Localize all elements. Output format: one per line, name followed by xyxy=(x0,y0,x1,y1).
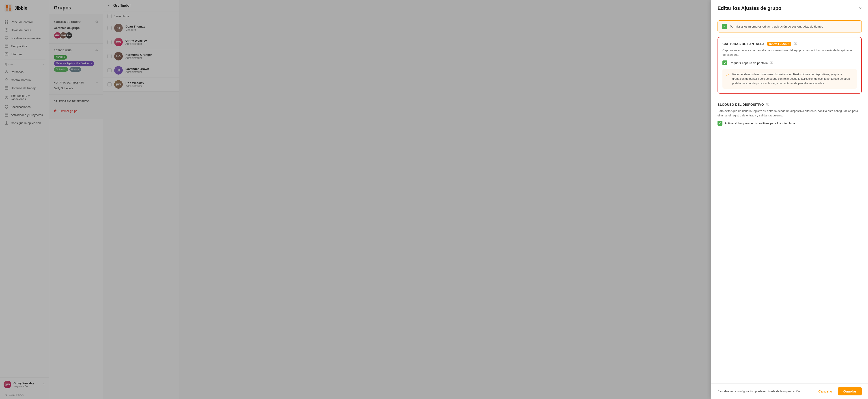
screenshot-warning-box: ⚠ Recomendamos desactivar otros disposit… xyxy=(722,69,857,89)
save-button[interactable]: Guardar xyxy=(838,387,862,395)
warning-icon: ⚠ xyxy=(726,72,730,77)
screenshots-section: CAPTURAS DE PANTALLA NUEVA FUNCIÓN ⓘ Cap… xyxy=(717,37,862,94)
screenshots-title: CAPTURAS DE PANTALLA xyxy=(722,42,765,46)
activate-lock-checkbox[interactable]: ✓ xyxy=(717,121,722,126)
require-screenshot-label: Requerir captura de pantalla xyxy=(730,61,768,65)
device-lock-header: BLOQUEO DEL DISPOSITIVO ⓘ xyxy=(717,102,862,106)
modal-close-button[interactable]: × xyxy=(859,6,862,11)
device-lock-info-icon[interactable]: ⓘ xyxy=(766,102,769,106)
screenshots-header-row: CAPTURAS DE PANTALLA NUEVA FUNCIÓN ⓘ xyxy=(722,42,857,46)
activate-lock-label: Activar el bloqueo de dispositivos para … xyxy=(725,122,795,125)
screenshots-description: Captura los monitores de pantalla de los… xyxy=(722,48,857,57)
device-lock-description: Para evitar que un usuario registre su e… xyxy=(717,109,862,118)
modal-header: Editar los Ajustes de grupo × xyxy=(711,0,868,16)
location-check-icon: ✓ xyxy=(722,24,727,29)
new-feature-badge: NUEVA FUNCIÓN xyxy=(767,42,791,46)
modal-footer: Restablecer la configuración predetermin… xyxy=(711,383,868,399)
cancel-button[interactable]: Cancelar xyxy=(815,388,836,395)
warning-text: Recomendamos desactivar otros dispositiv… xyxy=(732,72,853,86)
device-lock-section: BLOQUEO DEL DISPOSITIVO ⓘ Para evitar qu… xyxy=(717,98,862,134)
reset-defaults-link[interactable]: Restablecer la configuración predetermin… xyxy=(717,390,800,393)
modal-panel: Editar los Ajustes de grupo × ✓ Permitir… xyxy=(711,0,868,399)
device-lock-title: BLOQUEO DEL DISPOSITIVO xyxy=(717,103,764,106)
modal-title: Editar los Ajustes de grupo xyxy=(717,5,781,11)
require-screenshot-info-icon[interactable]: ⓘ xyxy=(770,61,773,65)
allow-location-banner: ✓ Permitir a los miembros editar la ubic… xyxy=(717,20,862,32)
screenshots-info-icon[interactable]: ⓘ xyxy=(794,42,797,46)
allow-banner-text: Permitir a los miembros editar la ubicac… xyxy=(730,25,858,28)
activate-lock-row: ✓ Activar el bloqueo de dispositivos par… xyxy=(717,121,862,126)
modal-overlay: Editar los Ajustes de grupo × ✓ Permitir… xyxy=(0,0,868,399)
require-screenshot-checkbox[interactable]: ✓ xyxy=(722,60,727,65)
footer-actions: Cancelar Guardar xyxy=(815,387,862,395)
require-screenshot-row: ✓ Requerir captura de pantalla ⓘ xyxy=(722,60,857,65)
modal-body: ✓ Permitir a los miembros editar la ubic… xyxy=(711,16,868,383)
